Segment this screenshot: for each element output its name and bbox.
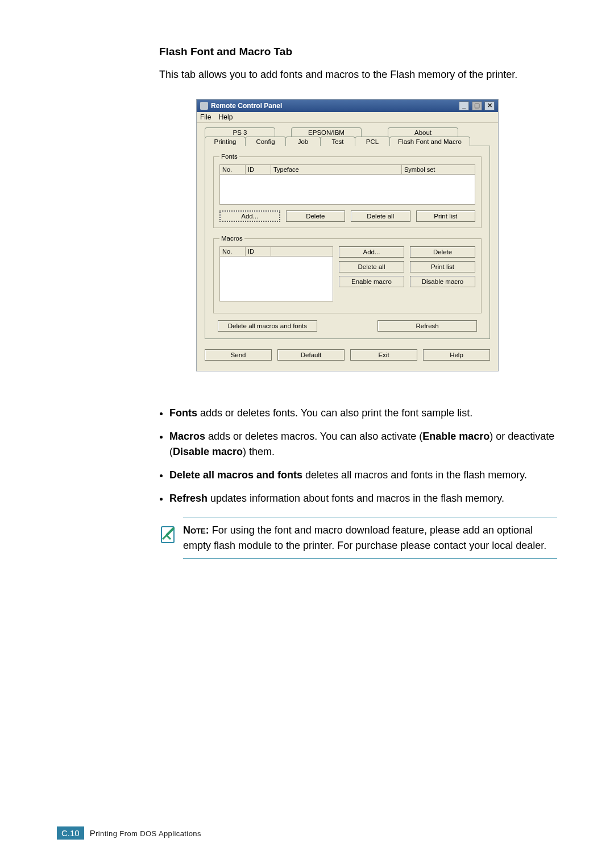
tab-pcl[interactable]: PCL — [355, 137, 390, 146]
macros-delete-all-button[interactable]: Delete all — [339, 261, 404, 272]
disable-macro-button[interactable]: Disable macro — [410, 276, 475, 287]
bullet-refresh: Refresh updates information about fonts … — [169, 491, 557, 506]
intro-paragraph: This tab allows you to add fonts and mac… — [159, 67, 557, 82]
send-button[interactable]: Send — [205, 349, 272, 361]
bullet-delete-all: Delete all macros and fonts deletes all … — [169, 468, 557, 483]
note-block: Note: For using the font and macro downl… — [159, 518, 557, 559]
fonts-legend: Fonts — [219, 153, 239, 160]
col-no[interactable]: No. — [220, 247, 246, 256]
fonts-list[interactable] — [219, 175, 475, 205]
bullet-fonts: Fonts adds or deletes fonts. You can als… — [169, 406, 557, 421]
tab-printing[interactable]: Printing — [205, 137, 246, 146]
col-id[interactable]: ID — [246, 165, 271, 174]
fonts-delete-button[interactable]: Delete — [286, 210, 346, 222]
tab-config[interactable]: Config — [245, 137, 286, 146]
note-icon — [159, 526, 177, 546]
note-label: Note: — [183, 524, 209, 536]
macros-add-button[interactable]: Add... — [339, 246, 404, 258]
menu-file[interactable]: File — [200, 113, 211, 121]
fonts-group: Fonts No. ID Typeface Symbol set Add... … — [213, 153, 482, 228]
window-title: Remote Control Panel — [211, 102, 282, 110]
tab-about[interactable]: About — [388, 127, 458, 137]
fonts-list-header: No. ID Typeface Symbol set — [219, 164, 475, 175]
macros-list[interactable] — [219, 257, 333, 301]
feature-bullets: Fonts adds or deletes fonts. You can als… — [159, 406, 557, 506]
macros-print-list-button[interactable]: Print list — [410, 261, 475, 272]
app-icon — [200, 102, 208, 110]
help-button[interactable]: Help — [423, 349, 490, 361]
page-number-badge: C.10 — [57, 826, 84, 840]
page-footer: C.10 Printing From DOS Applications — [57, 826, 201, 840]
section-title: Flash Font and Macro Tab — [159, 46, 557, 58]
note-text: For using the font and macro download fe… — [183, 524, 546, 551]
macros-delete-button[interactable]: Delete — [410, 246, 475, 258]
remote-control-panel-window: Remote Control Panel _ ▢ ✕ File Help PS … — [196, 99, 499, 371]
col-typeface[interactable]: Typeface — [271, 165, 402, 174]
refresh-button[interactable]: Refresh — [377, 320, 477, 332]
menu-help[interactable]: Help — [219, 113, 233, 121]
col-id[interactable]: ID — [246, 247, 271, 256]
tab-content: Fonts No. ID Typeface Symbol set Add... … — [205, 146, 490, 339]
window-controls: _ ▢ ✕ — [458, 101, 495, 110]
window-titlebar: Remote Control Panel _ ▢ ✕ — [197, 100, 498, 112]
tab-flash-font-and-macro[interactable]: Flash Font and Macro — [389, 137, 470, 146]
tab-epson-ibm[interactable]: EPSON/IBM — [291, 127, 362, 137]
exit-button[interactable]: Exit — [350, 349, 417, 361]
macros-legend: Macros — [219, 235, 244, 242]
col-no[interactable]: No. — [220, 165, 246, 174]
minimize-button[interactable]: _ — [459, 101, 469, 110]
fonts-print-list-button[interactable]: Print list — [416, 210, 476, 222]
close-button[interactable]: ✕ — [484, 101, 495, 110]
maximize-button: ▢ — [472, 101, 482, 110]
delete-all-macros-and-fonts-button[interactable]: Delete all macros and fonts — [218, 320, 317, 332]
menu-bar: File Help — [197, 112, 498, 123]
bullet-macros: Macros adds or deletes macros. You can a… — [169, 429, 557, 460]
tab-job[interactable]: Job — [285, 137, 321, 146]
footer-title: Printing From DOS Applications — [90, 828, 201, 838]
col-symbol-set[interactable]: Symbol set — [402, 165, 475, 174]
default-button[interactable]: Default — [277, 349, 345, 361]
enable-macro-button[interactable]: Enable macro — [339, 276, 404, 287]
fonts-delete-all-button[interactable]: Delete all — [351, 210, 410, 222]
tab-ps3[interactable]: PS 3 — [205, 127, 275, 137]
tab-test[interactable]: Test — [320, 137, 355, 146]
macros-list-header: No. ID — [219, 246, 333, 257]
macros-group: Macros No. ID Add... — [213, 235, 482, 313]
fonts-add-button[interactable]: Add... — [219, 210, 280, 222]
